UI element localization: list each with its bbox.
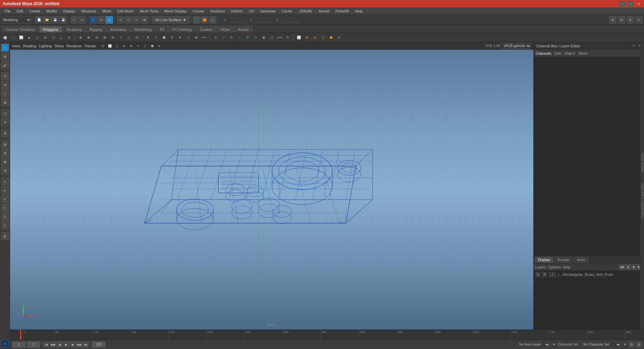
menu-surfaces[interactable]: Surfaces (208, 8, 227, 14)
triangulate-icon-btn[interactable]: △ (125, 34, 132, 41)
layer-playback-btn[interactable]: P (542, 272, 547, 277)
combine-icon-btn[interactable]: ⊕ (77, 34, 84, 41)
tab-fx-caching[interactable]: FX Caching (169, 26, 195, 33)
tab-arnold[interactable]: Arnold (234, 26, 253, 33)
new-file-btn[interactable]: 📄 (35, 16, 43, 23)
poke-icon-btn[interactable]: ✦ (176, 34, 184, 41)
vp-icon9[interactable]: ✛ (156, 43, 162, 49)
tab-rigging[interactable]: Rigging (86, 26, 106, 33)
move-tool-btn[interactable]: ✛ (1, 72, 9, 80)
snap-point-btn[interactable]: ⊠ (1, 158, 9, 166)
transform-btn[interactable]: ⊠ (141, 16, 148, 23)
scroll-prev-btn[interactable]: ◀ (625, 264, 631, 270)
anim-layer-select[interactable]: No Anim Layer (517, 342, 550, 348)
no-live-surface-btn[interactable]: No Live Surface ▼ (152, 16, 189, 23)
save-btn[interactable]: 💾 (51, 16, 59, 23)
sphere-icon-btn[interactable]: ⬤ (1, 34, 9, 41)
display-tab[interactable]: Display (535, 257, 553, 263)
soft-mod-btn[interactable]: ⊙ (1, 109, 9, 117)
settings-btn2[interactable]: ⚙ (618, 16, 625, 23)
merge-icon-btn[interactable]: ⊠ (260, 34, 267, 41)
open-btn[interactable]: 📂 (43, 16, 51, 23)
tab-xgen[interactable]: XGen (217, 26, 233, 33)
x-input[interactable] (228, 17, 249, 23)
viewport-area[interactable]: View Shading Lighting Show Renderer Pane… (10, 42, 533, 330)
timeline-ruler[interactable]: 1 55 110 165 220 275 330 385 440 495 550… (10, 330, 644, 340)
display-quality-btn6[interactable]: ≡ (1, 221, 9, 229)
viewport-canvas[interactable]: persp x y (10, 50, 533, 330)
cone-icon-btn[interactable]: ▲ (25, 34, 33, 41)
current-frame-input[interactable] (27, 342, 40, 348)
menu-mesh-display[interactable]: Mesh Display (162, 8, 189, 14)
layer-type-btn[interactable]: / (549, 272, 556, 277)
redo-btn[interactable]: ↪ (78, 16, 86, 23)
help-tab[interactable]: Help (563, 265, 571, 269)
menu-cache[interactable]: Cache (279, 8, 295, 14)
object-tab[interactable]: Object (564, 51, 575, 55)
menu-edit[interactable]: Edit (14, 8, 26, 14)
weld-icon-btn[interactable]: ⊙ (252, 34, 259, 41)
anim-tab[interactable]: Anim (574, 257, 588, 263)
layer-visibility-btn[interactable]: V (536, 272, 540, 277)
channel-box-label[interactable]: Channel Box / Layer Editor (641, 181, 644, 220)
select-btn[interactable]: ↖ (90, 16, 97, 23)
menu-create[interactable]: Create (26, 8, 43, 14)
render-btn[interactable]: ⬡ (193, 16, 200, 23)
tab-custom[interactable]: Custom (196, 26, 216, 33)
extra-settings-btn[interactable]: ⚙ (636, 342, 642, 348)
next-frame-btn[interactable]: ▶ (70, 342, 76, 348)
viewport-renderer-menu[interactable]: Renderer (66, 44, 82, 48)
scroll-next-btn[interactable]: ▶ (631, 264, 637, 270)
tab-animation[interactable]: Animation (106, 26, 130, 33)
viewport-view-menu[interactable]: View (12, 44, 20, 48)
multicut-icon-btn[interactable]: ✂ (220, 34, 227, 41)
play-btn[interactable]: ▶ (63, 342, 69, 348)
end-frame-input[interactable] (92, 342, 105, 348)
render3-btn[interactable]: ◎ (209, 16, 216, 23)
tab-fx[interactable]: FX (156, 26, 168, 33)
close-button[interactable]: ✕ (636, 1, 641, 6)
extract-icon-btn[interactable]: ⊖ (93, 34, 100, 41)
move-btn[interactable]: ✛ (117, 16, 124, 23)
display-quality-btn1[interactable]: ≡ (1, 178, 9, 186)
tab-rendering[interactable]: Rendering (131, 26, 155, 33)
attribute-editor-label[interactable]: Attribute Editor (641, 152, 644, 174)
viewport-lighting-menu[interactable]: Lighting (39, 44, 52, 48)
start-frame-input[interactable] (12, 342, 25, 348)
tab-polygons[interactable]: Polygons (39, 26, 62, 33)
undo-btn[interactable]: ↩ (70, 16, 78, 23)
go-to-end-btn[interactable]: ▶| (83, 342, 89, 348)
connect-icon-btn[interactable]: ⟵ (201, 34, 208, 41)
scale-btn[interactable]: ⤡ (133, 16, 140, 23)
vp-icon6[interactable]: ≡ (135, 43, 141, 49)
go-to-start-btn[interactable]: |◀ (43, 342, 49, 348)
step-back-btn[interactable]: ◀◀ (50, 342, 56, 348)
menu-help[interactable]: Help (352, 8, 365, 14)
vp-icon4[interactable]: ⊕ (121, 43, 127, 49)
menu-redshift[interactable]: Redshift (333, 8, 352, 14)
minimize-button[interactable]: ─ (620, 1, 625, 6)
bevel-icon-btn[interactable]: ⧉ (212, 34, 219, 41)
show-tab[interactable]: Show (578, 51, 588, 55)
average-icon-btn[interactable]: ≈ (117, 34, 124, 41)
shrink-icon-btn[interactable]: ⬟ (327, 34, 335, 41)
snap-curve-btn[interactable]: ⊟ (1, 149, 9, 157)
connect2-icon-btn[interactable]: ⊕ (228, 34, 235, 41)
vp-icon1[interactable]: ⊡ (100, 43, 106, 49)
append-icon-btn[interactable]: ⬟ (160, 34, 168, 41)
deselect-icon-btn[interactable]: ⊖ (335, 34, 343, 41)
menu-display[interactable]: Display (60, 8, 78, 14)
menu-edit-mesh[interactable]: Edit Mesh (115, 8, 137, 14)
vp-icon5[interactable]: ⊗ (128, 43, 134, 49)
menu-modify[interactable]: Modify (44, 8, 60, 14)
wedge-icon-btn[interactable]: ◁ (184, 34, 192, 41)
rotate-tool-btn[interactable]: ↺ (1, 81, 9, 89)
prism-icon-btn[interactable]: ⬡ (50, 34, 57, 41)
tab-sculpting[interactable]: Sculpting (63, 26, 85, 33)
menu-3dto[interactable]: -3DtoAll- (296, 8, 315, 14)
bridge-icon-btn[interactable]: ⤴ (152, 34, 160, 41)
scroll-left-btn[interactable]: ◀◀ (619, 264, 625, 270)
slide-icon-btn[interactable]: ↔ (236, 34, 243, 41)
prev-frame-btn[interactable]: ◀ (56, 342, 62, 348)
select-tool-icon-btn[interactable]: ⬜ (295, 34, 303, 41)
